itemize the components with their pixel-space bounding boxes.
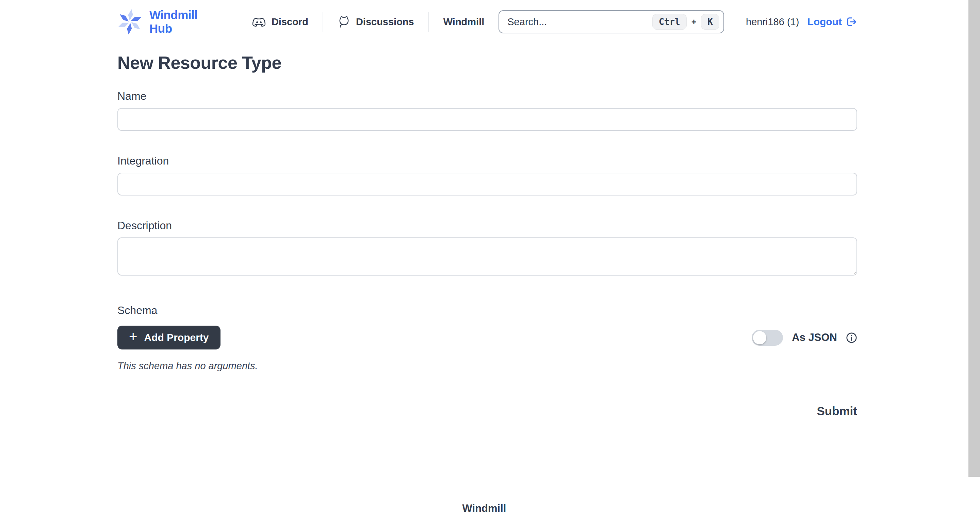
name-label: Name [118,90,857,102]
schema-toolbar: + Add Property As JSON [118,326,857,350]
header: Windmill Hub Discord Discuss [0,0,980,44]
nav-item-discord[interactable]: Discord [252,16,323,27]
footer: Windmill [0,503,969,515]
logout-icon [845,16,858,28]
github-discussions-icon [337,15,350,28]
toggle-knob [753,331,766,344]
nav-item-windmill[interactable]: Windmill [429,16,499,27]
footer-windmill-link[interactable]: Windmill [463,503,506,514]
as-json-label: As JSON [792,331,837,344]
brand-title: Windmill Hub [150,8,212,35]
schema-label: Schema [118,304,857,317]
nav-label-discord: Discord [272,16,308,27]
schema-empty-note: This schema has no arguments. [118,360,857,372]
submit-row: Submit [118,404,857,418]
integration-input[interactable] [118,173,857,196]
scrollbar-thumb[interactable] [969,0,980,477]
page-title: New Resource Type [118,53,857,73]
integration-field: Integration [118,155,857,196]
plus-icon: + [129,330,137,344]
discord-icon [252,16,266,27]
page: Windmill Hub Discord Discuss [0,0,980,530]
as-json-control: As JSON [752,330,857,346]
search-input[interactable] [508,16,648,27]
kbd-k: K [701,14,719,30]
name-input[interactable] [118,108,857,131]
integration-label: Integration [118,155,857,167]
nav-label-windmill: Windmill [443,16,485,27]
nav-item-discussions[interactable]: Discussions [323,15,428,28]
submit-button[interactable]: Submit [817,404,857,418]
kbd-plus-sign: + [692,17,697,27]
logout-link[interactable]: Logout [807,16,858,28]
name-field: Name [118,90,857,131]
description-field: Description [118,219,857,276]
nav-label-discussions: Discussions [356,16,414,27]
logout-label: Logout [807,16,842,27]
description-textarea[interactable] [118,238,857,276]
search-box[interactable]: Ctrl + K [498,10,724,34]
main-nav: Discord Discussions Windmill [252,12,498,32]
windmill-logo-icon [118,9,143,34]
info-icon[interactable] [846,332,857,343]
main-content: New Resource Type Name Integration Descr… [118,53,857,418]
add-property-button[interactable]: + Add Property [118,326,221,350]
username: henri186 (1) [746,16,799,27]
add-property-label: Add Property [144,332,209,343]
as-json-toggle[interactable] [752,330,783,346]
scrollbar[interactable] [969,0,980,530]
brand[interactable]: Windmill Hub [118,8,212,35]
user-section: henri186 (1) Logout [746,16,858,28]
kbd-ctrl: Ctrl [652,14,687,30]
description-label: Description [118,219,857,232]
